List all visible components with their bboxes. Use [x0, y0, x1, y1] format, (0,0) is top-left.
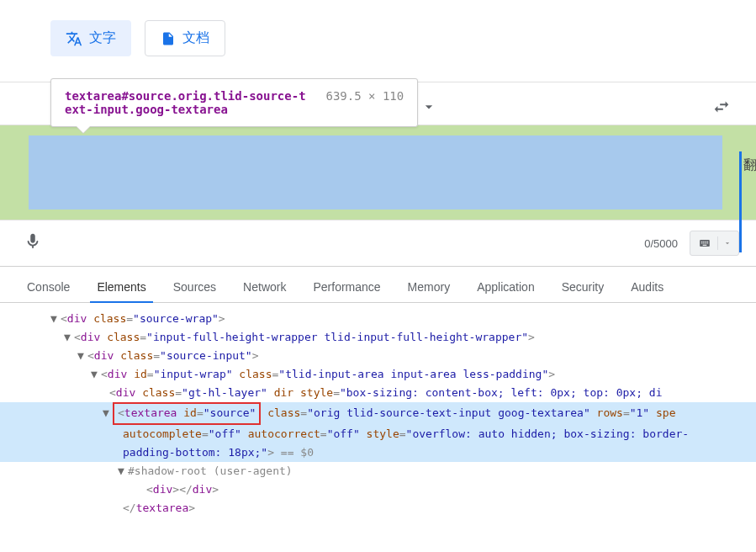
- devtools-tab-sources[interactable]: Sources: [163, 273, 226, 302]
- dom-line[interactable]: ▼<div class="source-input">: [0, 347, 756, 365]
- devtools-tab-memory[interactable]: Memory: [398, 273, 461, 302]
- devtools-panel: Console Elements Sources Network Perform…: [0, 266, 756, 518]
- translate-icon: [66, 30, 82, 47]
- document-icon: [161, 30, 176, 47]
- tooltip-selector-line1: textarea#source.orig.tlid-source-t: [65, 89, 306, 103]
- dom-line[interactable]: ▼#shadow-root (user-agent): [0, 462, 756, 480]
- dom-line[interactable]: </textarea>: [0, 499, 756, 518]
- doc-tab-label: 文档: [182, 29, 209, 47]
- devtools-tab-security[interactable]: Security: [552, 273, 615, 302]
- dom-line-selected[interactable]: padding-bottom: 18px;"> == $0: [0, 443, 756, 462]
- char-count: 0/5000: [644, 237, 678, 250]
- text-tab-label: 文字: [89, 29, 116, 47]
- doc-tab-button[interactable]: 文档: [145, 20, 225, 56]
- keyboard-icon: [697, 237, 712, 249]
- dom-line-selected[interactable]: ▼<textarea id="source" class="orig tlid-…: [0, 402, 756, 424]
- devtools-tab-elements[interactable]: Elements: [87, 273, 156, 302]
- inspect-content-highlight: [29, 135, 722, 210]
- dom-line[interactable]: ▼<div class="input-full-height-wrapper t…: [0, 328, 756, 347]
- tooltip-selector-line2: ext-input.goog-textarea: [65, 103, 228, 116]
- caret-down-icon: [723, 239, 732, 247]
- keyboard-button[interactable]: [690, 231, 739, 256]
- mode-tabs: 文字 文档: [50, 20, 756, 56]
- devtools-tab-console[interactable]: Console: [17, 273, 80, 302]
- element-tooltip: textarea#source.orig.tlid-source-t 639.5…: [50, 78, 418, 127]
- dom-line[interactable]: ▼<div id="input-wrap" class="tlid-input-…: [0, 365, 756, 384]
- dom-line[interactable]: <div class="gt-hl-layer" dir style="box-…: [0, 384, 756, 402]
- devtools-tab-audits[interactable]: Audits: [621, 273, 674, 302]
- red-highlight-box: <textarea id="source": [113, 402, 261, 424]
- divider: [717, 236, 718, 250]
- input-footer: 0/5000: [0, 220, 756, 266]
- text-tab-button[interactable]: 文字: [50, 20, 131, 56]
- tooltip-dimensions: 639.5 × 110: [325, 89, 404, 103]
- chevron-down-icon[interactable]: [420, 98, 437, 119]
- dom-line-selected[interactable]: autocomplete="off" autocorrect="off" sty…: [0, 425, 756, 443]
- devtools-tab-network[interactable]: Network: [233, 273, 296, 302]
- devtools-tabs: Console Elements Sources Network Perform…: [0, 267, 756, 303]
- inspect-margin-highlight: [0, 125, 756, 220]
- microphone-icon[interactable]: [24, 232, 42, 254]
- dom-tree[interactable]: ▼<div class="source-wrap"> ▼<div class="…: [0, 303, 756, 518]
- swap-languages-button[interactable]: [712, 98, 756, 119]
- devtools-tab-performance[interactable]: Performance: [303, 273, 390, 302]
- devtools-tab-application[interactable]: Application: [467, 273, 545, 302]
- side-translate-label: 翻: [739, 151, 756, 252]
- dom-line[interactable]: <div></div>: [0, 480, 756, 499]
- dom-line[interactable]: ▼<div class="source-wrap">: [0, 310, 756, 328]
